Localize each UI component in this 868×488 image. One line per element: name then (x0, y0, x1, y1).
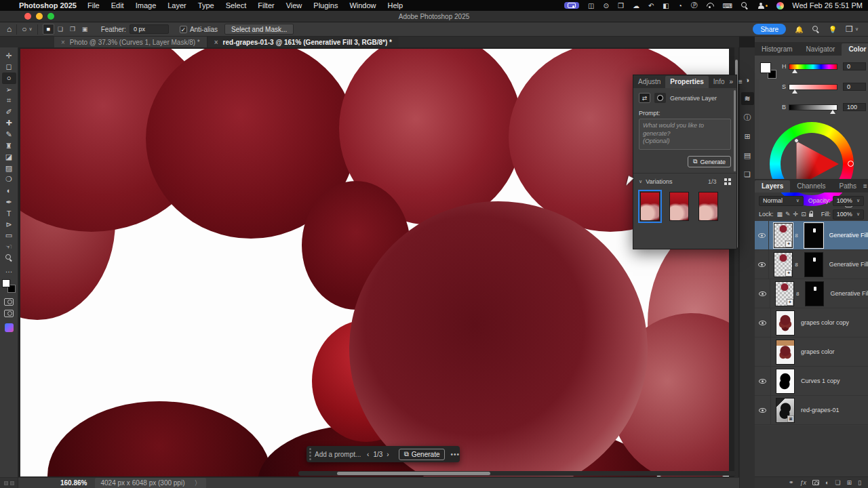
adjustments-panel-icon[interactable]: ◑ (741, 73, 754, 86)
zoom-level-input[interactable]: 160.86% (60, 479, 87, 487)
screen-mirroring-icon[interactable] (564, 2, 579, 9)
generative-ai-icon[interactable] (5, 323, 14, 332)
tab-adjustments[interactable]: Adjustn (633, 76, 665, 88)
canvas-image[interactable] (20, 49, 729, 476)
workspace-switcher[interactable]: ❒ ∨ (846, 24, 859, 34)
fill-dropdown[interactable]: 100% ∨ (833, 209, 864, 220)
close-tab-icon[interactable]: × (214, 39, 218, 46)
clone-source-panel-icon[interactable]: ▤ (741, 149, 754, 162)
marquee-tool[interactable]: ◻ (2, 62, 16, 73)
saturation-slider[interactable] (789, 84, 837, 90)
variation-thumbnail-3[interactable] (698, 192, 718, 221)
object-selection-tool[interactable]: ➢ (2, 84, 16, 96)
tab-paths[interactable]: Paths (833, 180, 864, 192)
healing-brush-tool[interactable]: ✚ (2, 118, 16, 129)
dodge-tool[interactable]: ◐ (2, 185, 16, 197)
move-tool[interactable]: ✛ (2, 50, 16, 62)
close-tab-icon[interactable]: × (61, 39, 65, 46)
drag-handle[interactable] (307, 448, 313, 460)
path-selection-tool[interactable]: ⊳ (2, 219, 16, 230)
edit-toolbar-button[interactable]: … (2, 264, 16, 275)
document-info[interactable]: 4024 px x 6048 px (300 ppi) 〉 (95, 478, 206, 488)
lock-all-button[interactable] (809, 214, 813, 217)
slider-thumb[interactable] (792, 69, 797, 73)
color-swatches[interactable] (760, 62, 776, 79)
document-tab[interactable]: × Photo @ 37.3% (Curves 1, Layer Mask/8)… (54, 37, 208, 47)
foreground-color-swatch[interactable] (760, 62, 771, 73)
more-options-button[interactable]: ••• (450, 451, 460, 458)
layer-thumbnail[interactable]: ▣ (776, 398, 795, 423)
siri-icon[interactable] (776, 2, 784, 9)
menu-view[interactable]: View (286, 1, 302, 9)
app-menu[interactable]: Photoshop 2025 (19, 1, 77, 9)
tab-navigator[interactable]: Navigator (800, 43, 842, 56)
quick-mask-button[interactable] (4, 298, 14, 306)
lock-transparency-button[interactable]: ▦ (777, 211, 783, 218)
brightness-slider[interactable] (789, 104, 837, 110)
layer-row-curves-1-copy[interactable]: Curves 1 copy (755, 367, 868, 396)
panel-menu-icon[interactable]: ≡ (863, 182, 867, 190)
subtract-from-selection-button[interactable]: ❐ (67, 24, 79, 35)
menu-window[interactable]: Window (349, 1, 376, 9)
tab-info[interactable]: Info (709, 76, 730, 88)
blend-mode-dropdown[interactable]: Normal ∨ (759, 196, 804, 206)
layer-thumbnail[interactable] (776, 310, 795, 336)
link-layers-button[interactable]: ⚭ (789, 479, 794, 486)
layer-name[interactable]: Curves 1 copy (801, 378, 840, 384)
add-layer-mask-button[interactable] (812, 480, 819, 485)
glyphs-panel-icon[interactable]: ⊞ (741, 130, 754, 143)
lasso-tool[interactable]: ○ (2, 73, 16, 84)
tab-properties[interactable]: Properties (665, 76, 708, 88)
variations-grid-icon[interactable] (724, 178, 731, 185)
libraries-panel-icon[interactable]: ❏ (741, 168, 754, 181)
tab-histogram[interactable]: Histogram (755, 43, 800, 56)
layer-row-generative-fill[interactable]: ✦ 8 Generative Fill (755, 279, 868, 308)
visibility-toggle[interactable] (755, 221, 769, 250)
select-and-mask-button[interactable]: Select and Mask... (224, 24, 294, 35)
lock-position-button[interactable]: ✛ (793, 211, 799, 218)
mask-properties-icon[interactable] (654, 93, 666, 103)
lock-pixels-button[interactable]: ✎ (785, 211, 791, 218)
panel-menu-icon[interactable]: ≡ (738, 78, 743, 85)
menu-bar-clock[interactable]: Wed Feb 26 5:51 PM (792, 1, 863, 9)
menu-select[interactable]: Select (226, 1, 247, 9)
hue-slider[interactable] (789, 64, 837, 70)
add-to-selection-button[interactable]: ❏ (55, 24, 66, 35)
lock-artboard-button[interactable]: ⊡ (801, 211, 806, 218)
hue-value-input[interactable]: 0 (843, 62, 866, 70)
notifications-bell-icon[interactable]: 🔔 (795, 26, 803, 33)
menu-plugins[interactable]: Plugins (313, 1, 338, 9)
record-icon[interactable]: ⊙ (604, 2, 609, 9)
visibility-toggle[interactable] (755, 308, 771, 338)
keyboard-icon[interactable]: ⌨ (723, 2, 732, 9)
layer-name[interactable]: Generative Fill 2 (829, 261, 868, 268)
tab-color[interactable]: Color (842, 43, 868, 56)
display-icon[interactable]: ◫ (588, 2, 594, 9)
gradient-tool[interactable]: ▨ (2, 163, 16, 174)
fast-user-switching-icon[interactable] (757, 3, 768, 9)
menu-help[interactable]: Help (388, 1, 403, 9)
layer-thumbnail[interactable] (776, 369, 795, 394)
prompt-textarea[interactable]: What would you like to generate? (Option… (639, 119, 731, 150)
horizontal-scrollbar-thumb[interactable] (337, 472, 490, 475)
new-selection-button[interactable]: ■ (43, 24, 54, 35)
layer-thumbnail[interactable] (776, 340, 795, 365)
crop-tool[interactable]: ⌗ (2, 95, 16, 106)
layer-name[interactable]: grapes color (801, 348, 835, 355)
canvas-area[interactable]: Add a prompt... ‹ 1/3 › ⧉ Generate ••• (18, 47, 739, 477)
feather-input[interactable]: 0 px (130, 24, 169, 34)
document-tab-active[interactable]: × red-grapes-01-3 @ 161% (Generative Fil… (208, 37, 399, 47)
info-panel-icon[interactable]: ⓘ (741, 111, 754, 124)
hand-tool[interactable]: ☜ (2, 241, 16, 253)
layer-row-grapes-color-copy[interactable]: grapes color copy (755, 308, 868, 338)
layer-name[interactable]: Generative Fill 3 (829, 232, 868, 239)
layer-name[interactable]: grapes color copy (801, 319, 849, 326)
menu-filter[interactable]: Filter (258, 1, 274, 9)
horizontal-scrollbar[interactable] (298, 471, 736, 476)
menu-image[interactable]: Image (136, 1, 157, 9)
brush-tool[interactable]: ✎ (2, 129, 16, 140)
layer-style-button[interactable]: ƒx (800, 479, 806, 486)
triangle-selector[interactable] (794, 138, 799, 143)
discover-lightbulb-icon[interactable]: 💡 (829, 26, 837, 33)
opacity-dropdown[interactable]: 100% ∨ (833, 196, 864, 206)
